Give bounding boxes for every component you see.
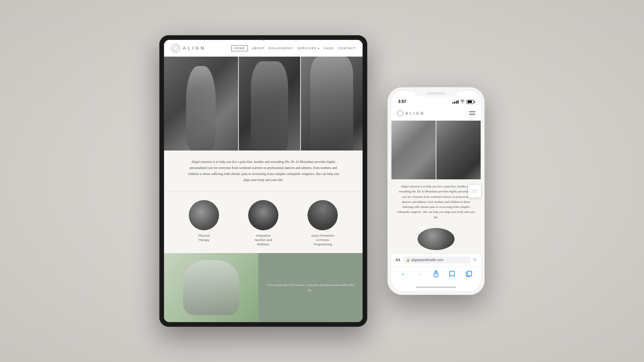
battery-fill: [468, 101, 472, 103]
phone-status-icons: [452, 100, 474, 104]
phone-url-field[interactable]: 🔒 alignptandhealth.com: [403, 256, 471, 263]
signal-bar-4: [458, 100, 459, 104]
battery-icon: [467, 100, 474, 104]
browser-bookmarks-button[interactable]: [447, 268, 458, 279]
service-physical-therapy[interactable]: PhysicalTherapy: [189, 200, 219, 246]
service-integrative-nutrition[interactable]: IntegrativeNutrition andWellness: [248, 200, 278, 246]
tablet-screen: ALIGN HOME ABOUT PHILOSOPHY SERVICES FAQ…: [164, 40, 363, 322]
phone-screen: 3:57: [391, 91, 481, 291]
phone-logo-icon: [397, 110, 404, 117]
tablet-navbar: ALIGN HOME ABOUT PHILOSOPHY SERVICES FAQ…: [164, 40, 363, 57]
phone-device: 3:57: [387, 87, 485, 295]
phone-bottom-bar: AA 🔒 alignptandhealth.com ↻ ‹ ›: [391, 253, 481, 284]
signal-bar-1: [452, 102, 453, 104]
logo-icon: [171, 44, 180, 53]
phone-navbar: ALIGN: [391, 106, 481, 121]
tablet-bottom-image: [164, 253, 258, 322]
phone-hero-image-1: [391, 121, 436, 179]
service-circle-3: [308, 200, 338, 230]
signal-bar-2: [454, 102, 455, 104]
tablet-content: Align's mission is to help you live a pa…: [164, 150, 363, 322]
tablet-hero-images: [164, 57, 363, 150]
tablet-logo: ALIGN: [171, 44, 206, 53]
phone-browser-actions: ‹ ›: [391, 266, 481, 281]
phone-hero-images: [391, 121, 481, 179]
service-circle-2: [248, 200, 278, 230]
browser-forward-button[interactable]: ›: [414, 268, 425, 279]
forward-chevron-icon: ›: [419, 270, 421, 278]
scene: ALIGN HOME ABOUT PHILOSOPHY SERVICES FAQ…: [159, 35, 485, 327]
phone-notch: [414, 87, 458, 97]
phone-time: 3:57: [398, 99, 406, 104]
service-label-2: IntegrativeNutrition andWellness: [255, 234, 272, 246]
tablet-mission-text: Align's mission is to help you live a pa…: [184, 159, 342, 183]
phone-home-indicator: [391, 284, 481, 291]
tablet-bottom-photo: [164, 253, 258, 322]
phone-service-circle: [418, 228, 454, 250]
lock-icon: 🔒: [406, 258, 410, 262]
tabs-icon: [466, 270, 472, 277]
browser-back-button[interactable]: ‹: [398, 268, 409, 279]
hero-person-1: [164, 57, 238, 150]
service-label-1: PhysicalTherapy: [198, 234, 210, 242]
tablet-menu: HOME ABOUT PHILOSOPHY SERVICES FAQS CONT…: [231, 45, 356, 51]
recaptcha-text: PrivacyTerms: [472, 189, 477, 193]
nav-about[interactable]: ABOUT: [252, 47, 265, 50]
refresh-icon[interactable]: ↻: [473, 257, 477, 262]
bookmarks-icon: [449, 270, 456, 277]
phone-url-bar: AA 🔒 alignptandhealth.com ↻: [391, 254, 481, 266]
nav-home[interactable]: HOME: [231, 45, 248, 51]
hero-image-3: [301, 57, 363, 150]
tablet-logo-text: ALIGN: [183, 46, 206, 51]
hamburger-line-1: [469, 111, 475, 112]
nav-services[interactable]: SERVICES: [298, 47, 320, 50]
phone-logo: ALIGN: [397, 110, 425, 117]
service-injury-prevention[interactable]: Injury Prevention& FitnessProgramming: [308, 200, 338, 246]
service-label-3: Injury Prevention& FitnessProgramming: [311, 234, 334, 246]
tablet-camera: [262, 38, 265, 40]
service-circle-1: [189, 200, 219, 230]
nav-contact[interactable]: CONTACT: [338, 47, 356, 50]
hamburger-line-3: [469, 114, 475, 115]
hero-image-1: [164, 57, 238, 150]
wifi-icon: [460, 100, 465, 104]
tablet-mission-section: Align's mission is to help you live a pa…: [164, 150, 363, 192]
phone-mission-section: Align's mission is to help you live a pa…: [391, 179, 481, 225]
hero-image-2: [239, 57, 301, 150]
nav-faqs[interactable]: FAQS: [324, 47, 334, 50]
hamburger-line-2: [469, 113, 475, 114]
back-chevron-icon: ‹: [402, 270, 404, 278]
phone-url-text: alignptandhealth.com: [411, 258, 443, 262]
tablet-bottom-section: "I am certain that I will achieve a limp…: [164, 253, 363, 322]
signal-icon: [452, 100, 459, 104]
signal-bar-3: [456, 101, 457, 104]
hamburger-menu-icon[interactable]: [469, 111, 475, 115]
tablet-quote-text: "I am certain that I will achieve a limp…: [263, 283, 358, 293]
phone-speaker: [427, 93, 445, 94]
tablet-device: ALIGN HOME ABOUT PHILOSOPHY SERVICES FAQ…: [159, 35, 367, 327]
nav-philosophy[interactable]: PHILOSOPHY: [269, 47, 294, 50]
home-indicator-bar: [416, 287, 456, 288]
phone-hero-image-2: [436, 121, 481, 179]
phone-aa-label[interactable]: AA: [395, 258, 400, 262]
browser-share-button[interactable]: [431, 268, 441, 279]
hero-person-2: [239, 57, 301, 150]
svg-rect-3: [468, 271, 472, 276]
tablet-testimonial-section: "I am certain that I will achieve a limp…: [258, 253, 363, 322]
browser-tabs-button[interactable]: [464, 268, 474, 279]
phone-content: Align's mission is to help you live a pa…: [391, 121, 481, 253]
share-icon: [433, 270, 439, 278]
recaptcha-badge: PrivacyTerms: [468, 184, 481, 198]
phone-mission-text: Align's mission is to help you live a pa…: [397, 184, 475, 220]
hero-person-3: [301, 57, 363, 150]
phone-logo-text: ALIGN: [406, 111, 425, 115]
tablet-services-section: PhysicalTherapy IntegrativeNutrition and…: [164, 192, 363, 253]
